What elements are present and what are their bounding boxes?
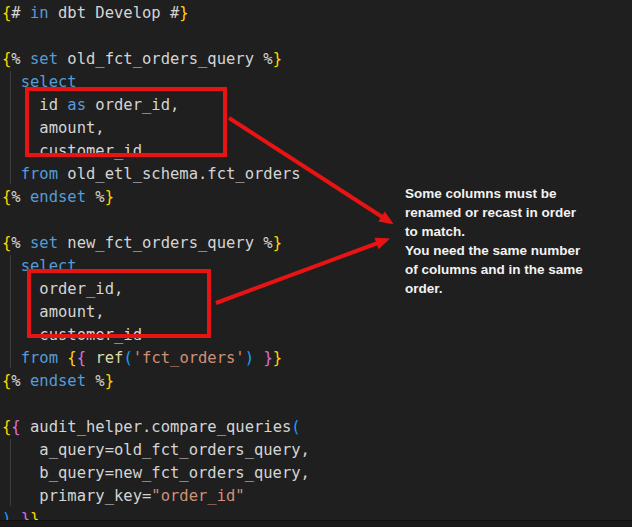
code-token: )	[245, 349, 254, 367]
code-line: a_query=old_fct_orders_query,	[2, 439, 630, 462]
code-token: {	[2, 234, 11, 252]
code-token: {	[2, 418, 11, 436]
indent-guide	[10, 439, 11, 506]
code-token	[2, 349, 21, 367]
code-token: }	[273, 349, 282, 367]
code-token: {	[2, 4, 11, 22]
code-token: new_fct_orders_query %	[58, 234, 273, 252]
code-line	[2, 25, 630, 48]
annotation-note-line: renamed or recast in order	[405, 203, 625, 222]
code-token: {	[11, 418, 20, 436]
code-token: %	[11, 372, 30, 390]
code-token: }	[179, 4, 188, 22]
code-token: }	[263, 349, 272, 367]
code-token: %	[11, 50, 30, 68]
code-token: {	[2, 50, 11, 68]
code-token: %	[11, 234, 30, 252]
code-token: in	[30, 4, 49, 22]
annotation-note-line: order.	[405, 279, 625, 298]
indent-guide	[10, 255, 11, 368]
code-token	[2, 165, 21, 183]
code-token: set	[30, 234, 58, 252]
code-token: {	[77, 349, 86, 367]
code-line	[2, 393, 630, 416]
indent-guide	[10, 71, 11, 184]
code-token: }	[273, 234, 282, 252]
code-token: primary_key=	[2, 487, 151, 505]
code-token: {	[67, 349, 76, 367]
code-token: from	[21, 349, 58, 367]
code-token: (	[123, 349, 132, 367]
code-token	[2, 73, 21, 91]
code-token: %	[86, 372, 105, 390]
code-token: dbt Develop #	[49, 4, 180, 22]
editor-screen: {# in dbt Develop #}{% set old_fct_order…	[0, 0, 632, 527]
code-line: from old_etl_schema.fct_orders	[2, 163, 630, 186]
code-token: }	[105, 372, 114, 390]
code-token	[254, 349, 263, 367]
code-line: {{ audit_helper.compare_queries(	[2, 416, 630, 439]
code-token: endset	[30, 188, 86, 206]
highlight-box-old-columns	[25, 87, 227, 157]
code-line: primary_key="order_id"	[2, 485, 630, 508]
code-token: old_etl_schema.fct_orders	[58, 165, 301, 183]
code-token: old_fct_orders_query %	[58, 50, 273, 68]
annotation-note-line: You need the same number	[405, 241, 625, 260]
code-token: {	[2, 372, 11, 390]
annotation-note-line: to match.	[405, 222, 625, 241]
code-token: set	[30, 50, 58, 68]
code-token: %	[11, 188, 30, 206]
code-token: 'fct_orders'	[133, 349, 245, 367]
code-token: #	[11, 4, 30, 22]
code-token: a_query=old_fct_orders_query,	[2, 441, 310, 459]
panel-divider	[0, 520, 632, 527]
code-line: {# in dbt Develop #}	[2, 2, 630, 25]
code-token: ref	[95, 349, 123, 367]
code-token	[58, 349, 67, 367]
code-token: endset	[30, 372, 86, 390]
code-token: }	[105, 188, 114, 206]
code-token: %	[86, 188, 105, 206]
code-token: from	[21, 165, 58, 183]
code-token: audit_helper.compare_queries	[21, 418, 292, 436]
code-token: }	[273, 50, 282, 68]
code-token: "order_id"	[151, 487, 244, 505]
annotation-note: Some columns must be renamed or recast i…	[405, 184, 625, 298]
code-line: {% set old_fct_orders_query %}	[2, 48, 630, 71]
annotation-note-line: Some columns must be	[405, 184, 625, 203]
code-token	[86, 349, 95, 367]
code-line: {% endset %}	[2, 370, 630, 393]
annotation-note-line: of columns and in the same	[405, 260, 625, 279]
code-token	[2, 257, 21, 275]
code-token: b_query=new_fct_orders_query,	[2, 464, 310, 482]
highlight-box-new-columns	[27, 269, 211, 338]
code-line: from {{ ref('fct_orders') }}	[2, 347, 630, 370]
code-line: b_query=new_fct_orders_query,	[2, 462, 630, 485]
code-token: (	[291, 418, 300, 436]
code-token: {	[2, 188, 11, 206]
